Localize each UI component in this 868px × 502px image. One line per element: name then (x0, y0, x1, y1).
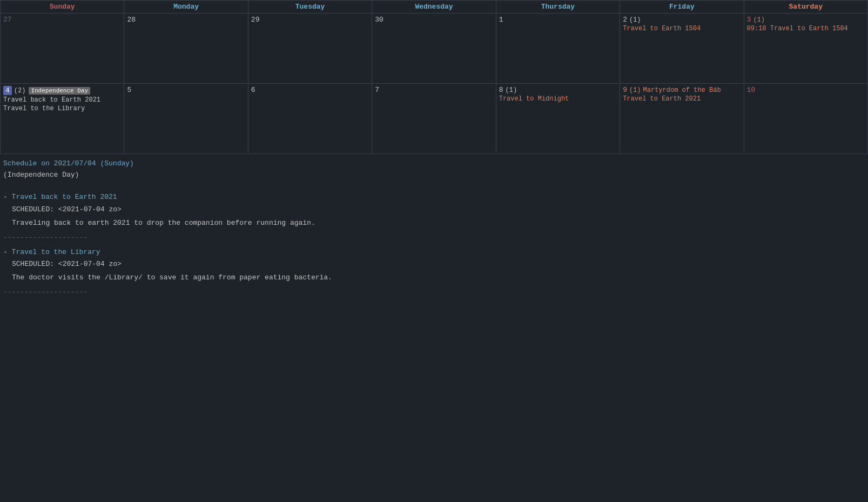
header-thursday: Thursday (496, 1, 620, 14)
day-29[interactable]: 29 (248, 14, 372, 84)
scheduled-1: SCHEDULED: <2021-07-04 zo> (3, 204, 865, 216)
schedule-item-2: - Travel to the Library SCHEDULED: <2021… (3, 247, 865, 284)
day-28[interactable]: 28 (124, 14, 248, 84)
header-wednesday: Wednesday (372, 1, 496, 14)
divider-2: -------------------- (3, 287, 865, 298)
calendar-grid: Sunday Monday Tuesday Wednesday Thursday… (0, 0, 868, 154)
header-friday: Friday (620, 1, 744, 14)
day-2[interactable]: 2 (1) Travel to Earth 1504 (620, 14, 744, 84)
day-6[interactable]: 6 (248, 84, 372, 154)
schedule-panel: Schedule on 2021/07/04 (Sunday) (Indepen… (0, 154, 868, 306)
schedule-item-1: - Travel back to Earth 2021 SCHEDULED: <… (3, 192, 865, 229)
divider-1: -------------------- (3, 232, 865, 244)
calendar-container: Sunday Monday Tuesday Wednesday Thursday… (0, 0, 868, 154)
day-30[interactable]: 30 (372, 14, 496, 84)
header-tuesday: Tuesday (248, 1, 372, 14)
header-saturday: Saturday (744, 1, 868, 14)
day-10[interactable]: 10 (744, 84, 868, 154)
header-monday: Monday (124, 1, 248, 14)
day-4[interactable]: 4 (2) Independence Day Travel back to Ea… (1, 84, 124, 154)
day-5[interactable]: 5 (124, 84, 248, 154)
header-sunday: Sunday (1, 1, 124, 14)
day-8[interactable]: 8 (1) Travel to Midnight (496, 84, 620, 154)
day-27[interactable]: 27 (1, 14, 124, 84)
day-7[interactable]: 7 (372, 84, 496, 154)
schedule-subtitle: (Independence Day) (3, 170, 865, 181)
description-1: Traveling back to earth 2021 to drop the… (3, 218, 865, 229)
day-9[interactable]: 9 (1) Martyrdom of the Báb Travel to Ear… (620, 84, 744, 154)
day-1[interactable]: 1 (496, 14, 620, 84)
day-3[interactable]: 3 (1) 09:18 Travel to Earth 1504 (744, 14, 868, 84)
schedule-title: Schedule on 2021/07/04 (Sunday) (3, 158, 865, 170)
description-2: The doctor visits the /Library/ to save … (3, 272, 865, 284)
scheduled-2: SCHEDULED: <2021-07-04 zo> (3, 259, 865, 270)
